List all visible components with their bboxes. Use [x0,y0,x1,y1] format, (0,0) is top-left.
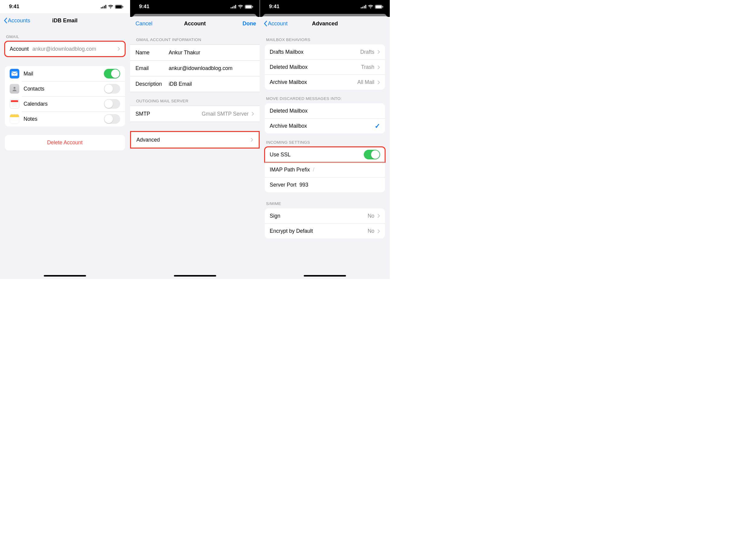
svg-rect-2 [104,6,105,8]
section-header-move: MOVE DISCARDED MESSAGES INTO: [260,90,390,103]
status-bar: 9:41 [260,0,390,13]
description-field[interactable]: iDB Email [169,81,192,87]
sign-row[interactable]: Sign No [265,208,385,224]
advanced-highlight: Advanced [130,131,260,149]
svg-rect-15 [253,6,253,8]
svg-rect-19 [365,5,366,8]
outgoing-group: SMTP Gmail SMTP Server [130,106,260,122]
calendars-row[interactable]: Calendars [5,96,125,111]
section-header-incoming: INCOMING SETTINGS [260,134,390,147]
svg-point-8 [14,87,15,89]
section-header-outgoing: OUTGOING MAIL SERVER [130,92,260,106]
chevron-right-icon [378,229,380,234]
wifi-icon [368,5,373,8]
checkmark-icon: ✓ [375,122,380,130]
move-archive-row[interactable]: Archive Mailbox ✓ [265,118,385,134]
svg-rect-1 [102,7,103,8]
nav-bar: Cancel Account Done [130,16,260,31]
server-port-row[interactable]: Server Port 993 [265,177,385,192]
imap-prefix-label: IMAP Path Prefix [270,167,310,173]
svg-rect-3 [105,5,106,8]
battery-icon [245,5,253,9]
use-ssl-toggle[interactable] [364,150,380,159]
deleted-value: Trash [361,64,375,70]
description-row[interactable]: Description iDB Email [130,76,260,92]
mail-row[interactable]: Mail [5,66,125,81]
chevron-right-icon [378,214,380,218]
account-label: Account [10,46,29,52]
svg-rect-6 [123,6,123,8]
notes-toggle[interactable] [104,114,120,124]
contacts-row[interactable]: Contacts [5,81,125,96]
notes-row[interactable]: Notes [5,111,125,127]
nav-bar: Accounts iDB Email [0,13,130,28]
smtp-row[interactable]: SMTP Gmail SMTP Server [130,106,260,122]
battery-icon [115,5,123,9]
drafts-mailbox-row[interactable]: Drafts Mailbox Drafts [265,44,385,60]
svg-rect-9 [231,7,232,8]
contacts-toggle[interactable] [104,84,120,94]
cellular-signal-icon [361,5,366,8]
back-button[interactable]: Accounts [4,18,30,24]
contacts-label: Contacts [24,86,44,92]
email-field[interactable]: ankur@idownloadblog.com [169,65,233,72]
use-ssl-row[interactable]: Use SSL [265,147,385,162]
wifi-icon [108,5,113,8]
home-indicator [174,275,216,276]
move-archive-label: Archive Mailbox [270,123,307,129]
sign-value: No [368,213,375,219]
move-deleted-label: Deleted Mailbox [270,108,307,114]
account-info-group: Name Ankur Thakur Email ankur@idownloadb… [130,44,260,92]
chevron-right-icon [251,138,253,142]
account-row[interactable]: Account ankur@idownloadblog.com [5,41,125,56]
move-deleted-row[interactable]: Deleted Mailbox [265,103,385,118]
email-label: Email [136,65,169,72]
advanced-row[interactable]: Advanced [131,132,259,148]
drafts-value: Drafts [360,49,375,55]
smtp-label: SMTP [136,111,150,117]
cellular-signal-icon [231,5,236,8]
imap-prefix-row[interactable]: IMAP Path Prefix / [265,162,385,177]
section-header-behaviors: MAILBOX BEHAVIORS [260,31,390,44]
delete-account-button[interactable]: Delete Account [5,135,125,150]
chevron-right-icon [378,65,380,69]
section-header-smime: S/MIME [260,192,390,208]
name-label: Name [136,50,169,56]
svg-rect-22 [382,6,383,8]
deleted-mailbox-row[interactable]: Deleted Mailbox Trash [265,60,385,75]
section-header-account-info: GMAIL ACCOUNT INFORMATION [130,31,260,44]
home-indicator [304,275,346,276]
back-button[interactable]: Account [264,21,288,27]
use-ssl-label: Use SSL [270,152,291,158]
encrypt-row[interactable]: Encrypt by Default No [265,224,385,239]
account-email: ankur@idownloadblog.com [32,46,96,52]
archive-mailbox-row[interactable]: Archive Mailbox All Mail [265,75,385,90]
svg-rect-0 [101,7,102,8]
services-group: Mail Contacts Calendars Notes [5,66,125,127]
done-button[interactable]: Done [243,21,256,27]
encrypt-label: Encrypt by Default [270,228,313,234]
battery-icon [375,5,383,9]
svg-rect-10 [232,7,233,8]
svg-rect-17 [362,7,363,8]
advanced-group: Advanced [131,132,259,148]
chevron-right-icon [378,50,380,54]
calendars-toggle[interactable] [104,99,120,109]
svg-rect-21 [376,5,381,8]
cancel-button[interactable]: Cancel [134,21,153,27]
svg-rect-11 [234,6,235,8]
encrypt-value: No [368,228,375,234]
sign-label: Sign [270,213,280,219]
email-row[interactable]: Email ankur@idownloadblog.com [130,60,260,76]
smime-group: Sign No Encrypt by Default No [265,208,385,239]
name-field[interactable]: Ankur Thakur [169,50,201,56]
name-row[interactable]: Name Ankur Thakur [130,45,260,60]
contacts-icon [10,84,19,94]
status-time: 9:41 [269,4,279,10]
chevron-right-icon [117,47,120,51]
mail-label: Mail [24,71,33,77]
notes-label: Notes [24,116,37,122]
account-row-group: Account ankur@idownloadblog.com [5,41,125,56]
mail-toggle[interactable] [104,69,120,79]
chevron-left-icon [264,21,267,27]
